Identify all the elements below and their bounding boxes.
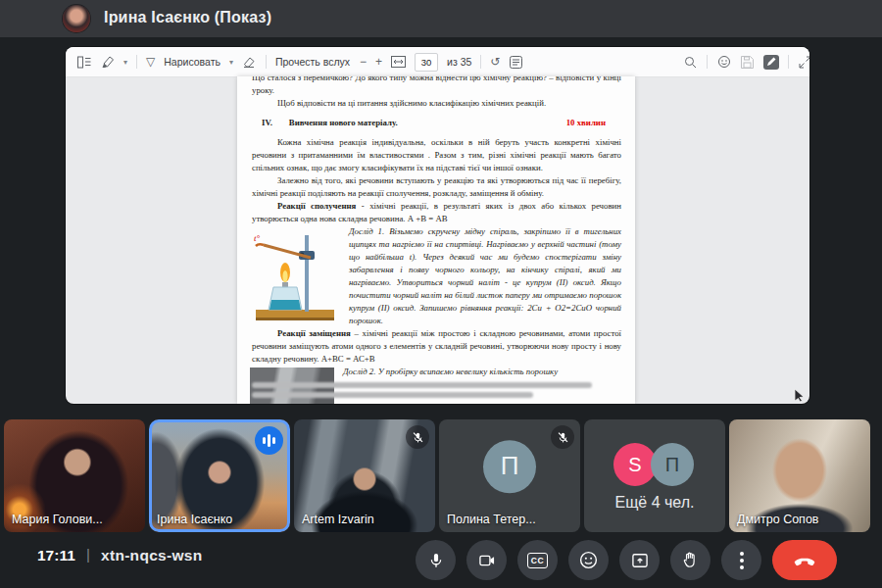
doc-paragraph: Кожна хімічна реакція індивідуальна, оск… [252, 136, 621, 174]
page-total-label: из 35 [447, 56, 471, 68]
blurred-text-line [252, 392, 533, 398]
participant-tile[interactable]: П Полина Тетер... [439, 419, 580, 532]
pdf-viewer-toolbar: ▾ ▽ Нарисовать ▾ Прочесть вслух − + 30 и… [66, 47, 809, 77]
toolbar-divider [707, 55, 708, 69]
meet-app: Ірина Ісаєнко (Показ) ▾ ▽ Нарисовать ▾ [0, 0, 882, 588]
highlighter-icon[interactable] [100, 55, 115, 70]
figure-temp-label: t° [254, 233, 261, 243]
doc-paragraph: Реакції заміщення – хімічні реакції між … [252, 327, 621, 366]
participant-name: Artem Izvarin [302, 513, 374, 526]
pages-panel-icon[interactable] [76, 55, 91, 70]
doc-section-duration: 10 хвилин [566, 117, 606, 129]
fit-width-icon[interactable] [391, 55, 406, 70]
reactions-button[interactable] [568, 540, 609, 580]
undo-button[interactable]: ↺ [490, 56, 500, 68]
experiment-figure: t° [250, 227, 340, 321]
divider: | [86, 546, 90, 563]
call-control-bar: 17:11 | xtn-nqcs-wsn CC [0, 533, 882, 588]
camera-button[interactable] [466, 540, 507, 580]
raise-hand-button[interactable] [670, 540, 710, 580]
toolbar-divider [266, 55, 267, 69]
microphone-button[interactable] [416, 540, 456, 580]
overflow-participants-tile[interactable]: S П Ещё 4 чел. [584, 419, 725, 532]
doc-paragraph: Щоб відповісти на ці питання здійснимо к… [252, 97, 621, 110]
toolbar-divider [480, 55, 481, 69]
mic-off-icon [406, 425, 429, 449]
participant-avatars-group: S П [613, 443, 696, 486]
presenter-avatar [63, 5, 90, 32]
doc-term: Реакції заміщення [277, 328, 351, 338]
draw-button[interactable]: Нарисовать [164, 56, 220, 68]
edit-annotation-icon[interactable] [763, 55, 779, 70]
participant-tile[interactable]: Artem Izvarin [294, 419, 435, 532]
toolbar-divider [136, 55, 137, 69]
participant-tile[interactable]: Мария Голови... [4, 419, 145, 532]
save-icon[interactable] [740, 55, 755, 70]
presenter-name: Ірина Ісаєнко (Показ) [104, 9, 271, 26]
shape-triangle-icon[interactable]: ▽ [146, 56, 155, 68]
screen-share-region: ▾ ▽ Нарисовать ▾ Прочесть вслух − + 30 и… [66, 47, 809, 404]
presenter-top-bar: Ірина Ісаєнко (Показ) [0, 0, 882, 37]
reader-mode-icon[interactable] [716, 55, 731, 70]
participant-name: Мария Голови... [12, 513, 103, 526]
present-screen-button[interactable] [619, 540, 660, 580]
blurred-text-line [252, 382, 592, 388]
zoom-out-button[interactable]: − [360, 56, 367, 68]
doc-section-title: Вивчення нового матеріалу. [289, 117, 398, 129]
vertical-dots-icon [740, 552, 744, 569]
participant-name: Дмитро Сопов [737, 513, 818, 526]
search-icon[interactable] [683, 55, 698, 70]
captions-icon: CC [527, 553, 547, 568]
mic-off-icon [551, 425, 574, 449]
participant-tile-active-speaker[interactable]: Ірина Ісаєнко [149, 419, 290, 532]
fullscreen-icon[interactable] [798, 55, 809, 70]
document-page[interactable]: Що сталося з перемичкою? До якого типу м… [237, 76, 635, 404]
doc-term: Реакції сполучення [277, 201, 356, 211]
toolbar-divider [788, 55, 789, 69]
end-call-button[interactable] [772, 540, 837, 580]
eraser-icon[interactable] [242, 55, 257, 70]
participant-initial-avatar: П [483, 440, 536, 493]
clock-time: 17:11 [37, 547, 75, 564]
audio-activity-icon [255, 426, 283, 455]
participant-name: Полина Тетер... [447, 513, 536, 526]
annotations-list-icon[interactable] [509, 55, 523, 70]
chevron-down-icon[interactable]: ▾ [123, 58, 127, 67]
doc-section-number: IV. [262, 117, 272, 129]
doc-paragraph: Що сталося з перемичкою? До якого типу м… [252, 76, 621, 97]
meeting-code: xtn-nqcs-wsn [101, 547, 203, 564]
captions-button[interactable]: CC [517, 540, 558, 580]
document-content: Що сталося з перемичкою? До якого типу м… [237, 76, 635, 398]
participant-name: Ірина Ісаєнко [157, 513, 232, 526]
doc-paragraph: Реакції сполучення - хімічні реакції, в … [252, 200, 621, 225]
page-number-input[interactable]: 30 [415, 53, 438, 72]
chevron-down-icon[interactable]: ▾ [229, 58, 233, 67]
participant-tile[interactable]: Дмитро Сопов [729, 419, 870, 532]
more-participants-label: Ещё 4 чел. [584, 494, 725, 512]
doc-paragraph: Залежно від того, які речовини вступають… [252, 174, 621, 200]
more-options-button[interactable] [721, 540, 761, 580]
mouse-cursor [794, 388, 805, 406]
doc-section-heading: IV. Вивчення нового матеріалу. 10 хвилин [252, 117, 621, 129]
read-aloud-button[interactable]: Прочесть вслух [275, 56, 350, 68]
participant-initial-avatar: П [651, 443, 694, 486]
zoom-in-button[interactable]: + [375, 56, 382, 68]
